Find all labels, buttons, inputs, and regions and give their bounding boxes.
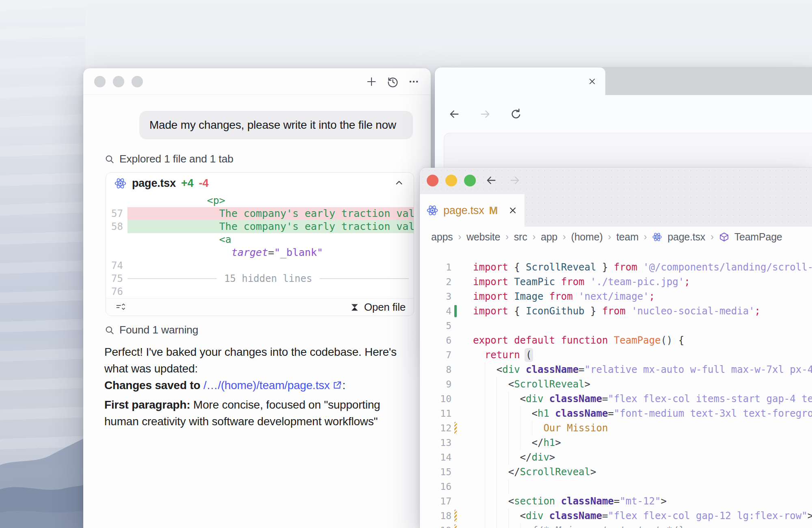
answer-line: what was updated: bbox=[104, 360, 421, 377]
breadcrumb-item[interactable]: team bbox=[616, 231, 639, 243]
line-number: 9 bbox=[420, 377, 451, 392]
breadcrumb-separator: › bbox=[644, 232, 647, 242]
diff-line-number bbox=[106, 194, 127, 207]
editor-window: page.tsx M apps›website›src›app›(home)›t… bbox=[420, 168, 812, 528]
more-options-button[interactable] bbox=[407, 75, 420, 88]
expand-diff-button[interactable] bbox=[114, 301, 127, 314]
zoom-window-button[interactable] bbox=[464, 175, 476, 186]
arrow-left-icon bbox=[448, 107, 461, 121]
breadcrumb-separator: › bbox=[608, 232, 611, 242]
code-line: 4import { IconGithub } from 'nucleo-soci… bbox=[420, 304, 812, 318]
warning-status-label: Found 1 warning bbox=[119, 324, 198, 336]
code-line: 11 <h1 className="font-medium text-3xl t… bbox=[420, 406, 812, 421]
line-number: 8 bbox=[420, 362, 451, 377]
search-icon bbox=[104, 325, 115, 335]
line-number: 12 bbox=[420, 421, 451, 435]
code-line: 13 </h1> bbox=[420, 435, 812, 450]
breadcrumb-item[interactable]: TeamPage bbox=[734, 231, 782, 243]
close-tab-button[interactable] bbox=[585, 75, 598, 88]
line-number: 19 bbox=[420, 523, 451, 528]
reload-button[interactable] bbox=[510, 108, 523, 121]
react-icon bbox=[652, 232, 662, 242]
diff-line-number: 58 bbox=[106, 220, 127, 233]
editor-tab[interactable]: page.tsx M bbox=[420, 194, 525, 227]
line-number: 15 bbox=[420, 465, 451, 479]
new-thread-button[interactable] bbox=[365, 75, 378, 88]
forward-button[interactable] bbox=[479, 108, 492, 121]
chat-window-titlebar bbox=[83, 68, 431, 95]
mountains-graphic bbox=[0, 398, 85, 528]
diff-deletions: -4 bbox=[199, 177, 209, 190]
breadcrumb-item[interactable]: apps bbox=[431, 231, 453, 243]
browser-tab[interactable] bbox=[435, 67, 605, 95]
line-number: 1 bbox=[420, 260, 451, 275]
close-tab-button[interactable] bbox=[507, 204, 519, 216]
editor-titlebar bbox=[420, 168, 812, 195]
back-button[interactable] bbox=[448, 108, 461, 121]
code-editor[interactable]: 1import { ScrollReveal } from '@/compone… bbox=[420, 247, 812, 528]
screen: Made my changes, please write it into th… bbox=[0, 0, 812, 528]
desktop-wallpaper bbox=[0, 0, 85, 528]
line-number: 18 bbox=[420, 509, 451, 523]
reload-icon bbox=[510, 107, 523, 121]
open-file-button[interactable]: Open file bbox=[350, 301, 406, 314]
answer-line: human creativity with software developme… bbox=[104, 413, 421, 430]
breadcrumb-item[interactable]: app bbox=[541, 231, 557, 243]
diff-line-number: 76 bbox=[106, 285, 127, 298]
code-line: 15 </ScrollReveal> bbox=[420, 465, 812, 479]
react-icon bbox=[426, 204, 438, 216]
diff-row: 57 The company's early traction val bbox=[106, 207, 414, 220]
history-button[interactable] bbox=[386, 75, 399, 88]
git-gutter-marker bbox=[454, 524, 457, 528]
code-line: 14 </div> bbox=[420, 450, 812, 465]
arrow-right-icon bbox=[479, 107, 492, 121]
close-window-button[interactable] bbox=[94, 76, 106, 87]
symbol-cube-icon bbox=[719, 232, 729, 242]
code-line: 18 <div className="flex flex-col gap-12 … bbox=[420, 509, 812, 523]
nav-back-button[interactable] bbox=[485, 174, 498, 187]
breadcrumb-separator: › bbox=[710, 232, 713, 242]
collapse-diff-button[interactable] bbox=[393, 177, 405, 190]
line-number: 5 bbox=[420, 318, 451, 333]
close-icon bbox=[508, 206, 518, 215]
breadcrumb-item[interactable]: src bbox=[514, 231, 527, 243]
code-line: 8 <div className="relative mx-auto w-ful… bbox=[420, 362, 812, 377]
line-number: 14 bbox=[420, 450, 451, 465]
line-number: 4 bbox=[420, 304, 451, 318]
diff-line-number bbox=[106, 246, 127, 259]
minimize-window-button[interactable] bbox=[445, 175, 457, 186]
breadcrumb-item[interactable]: (home) bbox=[571, 231, 603, 243]
breadcrumb-separator: › bbox=[505, 232, 508, 242]
diff-row: 7515 hidden lines bbox=[106, 272, 414, 285]
code-line: 3import Image from 'next/image'; bbox=[420, 289, 812, 304]
line-number: 11 bbox=[420, 406, 451, 421]
warning-status[interactable]: Found 1 warning bbox=[104, 324, 198, 336]
diff-row: 58 The company's early traction val bbox=[106, 220, 414, 233]
nav-forward-button[interactable] bbox=[508, 174, 521, 187]
diff-card-header[interactable]: page.tsx +4 -4 bbox=[106, 173, 414, 194]
code-line: 12 Our Mission bbox=[420, 421, 812, 435]
arrow-right-icon bbox=[508, 173, 521, 187]
react-icon bbox=[114, 177, 127, 190]
close-icon bbox=[587, 77, 597, 86]
assistant-paragraph: First paragraph: More concise, focused o… bbox=[104, 396, 421, 430]
diff-row: 74 bbox=[106, 259, 414, 272]
zoom-window-button[interactable] bbox=[132, 76, 143, 87]
editor-tabstrip: page.tsx M bbox=[420, 194, 812, 227]
diff-card: page.tsx +4 -4 <p>57 The company's early… bbox=[106, 172, 414, 316]
explored-status[interactable]: Explored 1 file and 1 tab bbox=[104, 153, 233, 165]
breadcrumb-item[interactable]: website bbox=[466, 231, 500, 243]
explored-status-label: Explored 1 file and 1 tab bbox=[119, 153, 233, 165]
changes-saved-label: Changes saved to bbox=[104, 379, 200, 392]
line-number: 16 bbox=[420, 479, 451, 494]
close-window-button[interactable] bbox=[427, 175, 438, 186]
answer-line: First paragraph: More concise, focused o… bbox=[104, 396, 421, 413]
code-line: 17 <section className="mt-12"> bbox=[420, 494, 812, 509]
git-gutter-marker bbox=[454, 422, 457, 434]
saved-file-link[interactable]: /…/(home)/team/page.tsx bbox=[203, 377, 342, 394]
line-number: 7 bbox=[420, 348, 451, 362]
assistant-paragraph: Perfect! I've baked your changes into th… bbox=[104, 344, 421, 377]
diff-line-number: 74 bbox=[106, 259, 127, 272]
minimize-window-button[interactable] bbox=[113, 76, 124, 87]
breadcrumb-item[interactable]: page.tsx bbox=[667, 231, 705, 243]
